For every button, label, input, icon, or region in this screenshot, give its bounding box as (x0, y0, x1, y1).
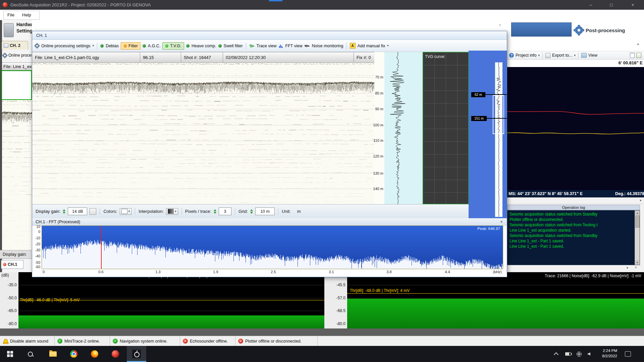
scale-tick: -35.0 (8, 283, 17, 287)
export-to-button[interactable]: Export to... (552, 53, 572, 58)
depth-tick: 120 m (373, 155, 383, 158)
tray-expand-button[interactable] (551, 346, 561, 362)
status-plotter[interactable]: × Plotter offline or disconnected. (235, 336, 318, 346)
file-explorer-button[interactable] (44, 346, 62, 362)
agc-button[interactable]: A.G.C. (148, 44, 161, 48)
fft-section: CH.1 - FFT (Processed) × 10 0 -10 -20 -3… (32, 218, 507, 277)
echogram-view[interactable] (32, 63, 374, 204)
colors-dropdown[interactable]: ▾ (120, 208, 132, 215)
export-page-icon[interactable] (636, 53, 641, 58)
trace-view-button[interactable]: Trace view (257, 44, 277, 48)
scroll-thumb[interactable] (635, 216, 640, 228)
online-processing-settings-button[interactable]: Online processing settings (41, 44, 91, 48)
fft-close-button[interactable]: × (499, 219, 504, 225)
scale-tick: -80.0 (336, 322, 345, 326)
fft-view-button[interactable]: FFT view (285, 44, 303, 48)
grid-stepper[interactable] (250, 209, 253, 214)
menu-file[interactable]: File (7, 12, 14, 17)
profile-lines (506, 67, 644, 190)
scroll-down-button[interactable]: ▼ (635, 260, 640, 265)
fft-y-tick: -50 (35, 261, 40, 264)
project-info-button[interactable]: Project info (516, 53, 537, 58)
minimize-button[interactable]: – (581, 0, 601, 10)
scale-tick: -68.5 (336, 309, 345, 313)
info-fix-number: Fix #: 0 (354, 52, 374, 62)
speaker-icon (588, 352, 592, 356)
filter-label: Filter (128, 44, 138, 48)
filter-button[interactable]: Filter (121, 42, 141, 50)
notification-center-button[interactable] (621, 346, 635, 362)
chevron-down-icon[interactable]: ▾ (627, 266, 628, 269)
status-navigation[interactable]: ✓ Navigation system online. (110, 336, 180, 346)
start-button[interactable] (0, 346, 20, 362)
post-processing-button[interactable]: Post-processing (575, 23, 642, 37)
log-line: Seismic acquisition status switched from… (507, 233, 640, 238)
background-window-strip: × (32, 20, 506, 31)
chevron-down-icon[interactable]: ▾ (93, 44, 94, 47)
network-status[interactable] (574, 346, 584, 362)
display-gain-input[interactable] (68, 207, 87, 215)
menu-help[interactable]: Help (22, 12, 31, 17)
chevron-down-icon[interactable]: ▾ (637, 43, 639, 46)
separator (100, 208, 100, 215)
chevron-down-icon[interactable]: ▾ (387, 44, 389, 47)
chevron-down-icon[interactable]: ▾ (640, 199, 641, 202)
close-small-icon[interactable]: × (635, 265, 637, 270)
chrome-icon (70, 350, 77, 358)
separator (235, 208, 235, 215)
ch1-titlebar[interactable]: CH. 1 (32, 31, 507, 40)
bg-echogram-strip (2, 100, 32, 251)
view-button[interactable]: View (588, 53, 597, 58)
status-minitrace[interactable]: ✓ MiniTrace-2 online. (55, 336, 110, 346)
tab-ch1[interactable]: CH.1 (1, 260, 23, 269)
separator (246, 43, 246, 49)
status-alarm[interactable]: Disable alarm sound (0, 336, 55, 346)
tvg-button[interactable]: T.V.G. (162, 42, 184, 50)
overview-zoom-box[interactable] (493, 95, 504, 134)
search-button[interactable] (20, 346, 40, 362)
heave-comp-button[interactable]: Heave comp. (192, 44, 216, 48)
tab-ch2[interactable]: CH. 2 (2, 41, 28, 50)
check-icon: ✓ (57, 339, 62, 344)
grid-input[interactable] (255, 207, 275, 215)
tvg-curve-label: TVG curve: (425, 54, 445, 59)
gain-options-button[interactable] (90, 208, 96, 215)
cross-icon: × (183, 339, 188, 344)
volume-status[interactable] (584, 346, 595, 362)
geosuite-taskbar-button[interactable] (127, 346, 146, 362)
chevron-down-icon[interactable]: ▾ (538, 54, 540, 57)
pixels-input[interactable] (219, 207, 231, 215)
background-close-icon[interactable]: × (499, 23, 501, 27)
gridline (18, 311, 324, 311)
firefox-button[interactable] (85, 346, 104, 362)
noise-monitoring-button[interactable]: Noise monitoring (312, 44, 343, 48)
app-shortcut-button[interactable] (106, 346, 125, 362)
print-preview-icon[interactable] (630, 53, 635, 58)
chrome-button[interactable] (64, 346, 83, 362)
highlighted-selection-box[interactable] (511, 22, 572, 37)
operation-log: Seismic acquisition status switched from… (507, 210, 640, 265)
ch1-title: CH. 1 (36, 33, 47, 38)
status-echosounder[interactable]: × Echosounder offline. (180, 336, 235, 346)
maximize-button[interactable]: □ (601, 0, 622, 10)
interpolation-dropdown[interactable]: ▾ (166, 208, 178, 215)
log-line: Seismic acquisition status switched from… (507, 222, 640, 228)
geosuite-icon (132, 349, 141, 359)
bg-online-processing-button[interactable]: Online processing settings (3, 52, 32, 58)
coord-fragment-row: 6' 00.816" E (506, 60, 644, 67)
app-title: GeoSuite Acquisition 2021R2 - Project: 0… (10, 2, 151, 7)
pixels-stepper[interactable] (214, 209, 216, 214)
add-manual-fix-button[interactable]: Add manual fix (358, 44, 385, 48)
fft-x-tick: 4.4 (445, 270, 450, 274)
chevron-down-icon[interactable]: ▾ (574, 54, 576, 57)
check-icon: ✓ (113, 339, 118, 344)
bg-online-processing-label: Online processing settings (8, 53, 32, 58)
scroll-up-button[interactable]: ▲ (635, 210, 640, 215)
close-button[interactable]: × (622, 0, 644, 10)
debias-button[interactable]: Debias (106, 44, 119, 48)
log-scrollbar[interactable]: ▲ ▼ (635, 210, 640, 265)
battery-status[interactable] (563, 346, 574, 362)
swell-filter-button[interactable]: Swell filter (224, 44, 243, 48)
display-gain-stepper[interactable] (63, 209, 65, 214)
taskbar-clock[interactable]: 2:24 PM 8/2/2022 (595, 348, 617, 359)
